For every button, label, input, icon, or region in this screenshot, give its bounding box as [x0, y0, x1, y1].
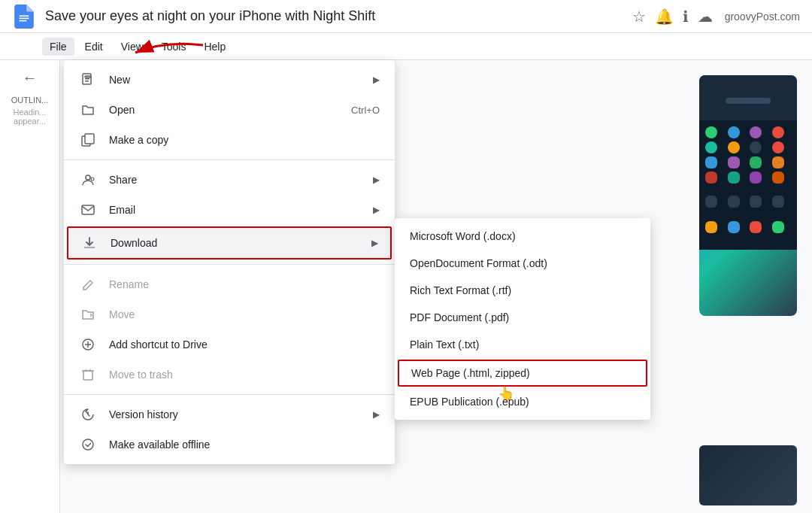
- menu-help[interactable]: Help: [196, 38, 233, 56]
- offline-icon: [79, 436, 97, 454]
- title-icons: ☆ 🔔 ℹ ☁: [632, 8, 713, 26]
- shortcut-icon: [79, 335, 97, 354]
- new-arrow-icon: ▶: [373, 74, 380, 85]
- menu-tools[interactable]: Tools: [154, 38, 194, 56]
- rename-label: Rename: [109, 278, 380, 290]
- copy-label: Make a copy: [109, 134, 380, 146]
- move-icon: [79, 305, 97, 323]
- share-label: Share: [109, 174, 367, 186]
- share-arrow-icon: ▶: [373, 175, 380, 185]
- menu-item-copy[interactable]: Make a copy: [64, 125, 395, 155]
- menu-item-download[interactable]: Download ▶: [67, 226, 392, 260]
- star-icon[interactable]: ☆: [632, 8, 646, 26]
- submenu-item-docx[interactable]: Microsoft Word (.docx): [395, 223, 650, 250]
- svg-point-21: [83, 439, 93, 450]
- info-icon[interactable]: ℹ: [683, 8, 689, 26]
- sidebar-heading: Headin... appear...: [6, 108, 53, 126]
- rtf-label: Rich Text Format (.rtf): [410, 284, 511, 296]
- download-icon: [80, 234, 98, 252]
- sidebar: ← OUTLIN... Headin... appear...: [0, 60, 60, 513]
- menu-item-shortcut[interactable]: Add shortcut to Drive: [64, 329, 395, 360]
- menu-view[interactable]: View: [114, 38, 151, 56]
- trash-icon: [79, 366, 97, 384]
- copy-icon: [79, 131, 97, 149]
- submenu-item-odt[interactable]: OpenDocument Format (.odt): [395, 250, 650, 277]
- divider-1: [64, 159, 395, 160]
- menu-edit[interactable]: Edit: [77, 38, 111, 56]
- pdf-label: PDF Document (.pdf): [410, 311, 509, 323]
- open-icon: [79, 101, 97, 119]
- email-icon: [79, 201, 97, 219]
- appears-text: appear...: [6, 117, 53, 126]
- epub-label: EPUB Publication (.epub): [410, 396, 529, 408]
- menu-bar: File Edit View Tools Help: [0, 33, 812, 60]
- submenu-item-txt[interactable]: Plain Text (.txt): [395, 331, 650, 358]
- menu-item-open[interactable]: Open Ctrl+O: [64, 95, 395, 125]
- txt-label: Plain Text (.txt): [410, 338, 479, 351]
- open-label: Open: [109, 104, 351, 116]
- svg-point-11: [91, 178, 94, 181]
- move-label: Move: [109, 308, 380, 320]
- download-label: Download: [111, 237, 365, 249]
- svg-rect-0: [20, 15, 29, 17]
- menu-item-new[interactable]: New ▶: [64, 65, 395, 95]
- svg-rect-9: [85, 134, 94, 144]
- email-label: Email: [109, 204, 367, 216]
- version-label: Version history: [109, 408, 367, 420]
- menu-file[interactable]: File: [42, 38, 74, 56]
- divider-3: [64, 394, 395, 395]
- svg-point-10: [86, 175, 90, 180]
- download-submenu: Microsoft Word (.docx) OpenDocument Form…: [395, 218, 650, 420]
- doc-image-bottom: [699, 445, 797, 505]
- new-label: New: [109, 74, 367, 86]
- doc-image: [699, 75, 797, 316]
- version-arrow-icon: ▶: [373, 409, 380, 420]
- offline-label: Make available offline: [109, 439, 380, 451]
- svg-rect-2: [20, 20, 27, 21]
- submenu-item-epub[interactable]: EPUB Publication (.epub): [395, 388, 650, 415]
- heading-text: Headin...: [6, 108, 53, 117]
- title-bar: Save your eyes at night on your iPhone w…: [0, 0, 812, 33]
- document-title: Save your eyes at night on your iPhone w…: [45, 8, 632, 24]
- divider-2: [64, 264, 395, 265]
- menu-item-offline[interactable]: Make available offline: [64, 430, 395, 460]
- svg-rect-17: [83, 371, 92, 380]
- outline-label: OUTLIN...: [6, 96, 53, 105]
- docs-logo-icon: [12, 5, 36, 29]
- html-label: Web Page (.html, zipped): [411, 367, 530, 379]
- svg-rect-1: [20, 17, 29, 19]
- trash-label: Move to trash: [109, 369, 380, 381]
- email-arrow-icon: ▶: [373, 205, 380, 215]
- site-name: groovyPost.com: [725, 11, 800, 23]
- submenu-item-pdf[interactable]: PDF Document (.pdf): [395, 304, 650, 331]
- file-menu-dropdown: New ▶ Open Ctrl+O Make a copy Share ▶ Em…: [64, 60, 395, 464]
- new-icon: [79, 71, 97, 89]
- menu-item-trash: Move to trash: [64, 360, 395, 390]
- shortcut-label: Add shortcut to Drive: [109, 338, 380, 351]
- menu-item-share[interactable]: Share ▶: [64, 165, 395, 195]
- menu-item-rename: Rename: [64, 269, 395, 299]
- back-button[interactable]: ←: [6, 69, 53, 87]
- svg-rect-5: [85, 76, 91, 77]
- submenu-item-rtf[interactable]: Rich Text Format (.rtf): [395, 277, 650, 304]
- bell-icon[interactable]: 🔔: [655, 8, 674, 26]
- svg-rect-7: [85, 80, 89, 82]
- version-icon: [79, 405, 97, 423]
- open-shortcut: Ctrl+O: [351, 105, 380, 116]
- svg-rect-13: [82, 205, 94, 214]
- download-arrow-icon: ▶: [371, 238, 378, 248]
- share-icon: [79, 171, 97, 189]
- cloud-icon[interactable]: ☁: [698, 8, 713, 26]
- submenu-item-html[interactable]: Web Page (.html, zipped) 👆: [398, 360, 647, 387]
- odt-label: OpenDocument Format (.odt): [410, 257, 547, 269]
- rename-icon: [79, 275, 97, 293]
- menu-item-email[interactable]: Email ▶: [64, 195, 395, 225]
- menu-item-version[interactable]: Version history ▶: [64, 399, 395, 430]
- svg-rect-6: [85, 78, 89, 80]
- docx-label: Microsoft Word (.docx): [410, 230, 516, 242]
- menu-item-move: Move: [64, 299, 395, 329]
